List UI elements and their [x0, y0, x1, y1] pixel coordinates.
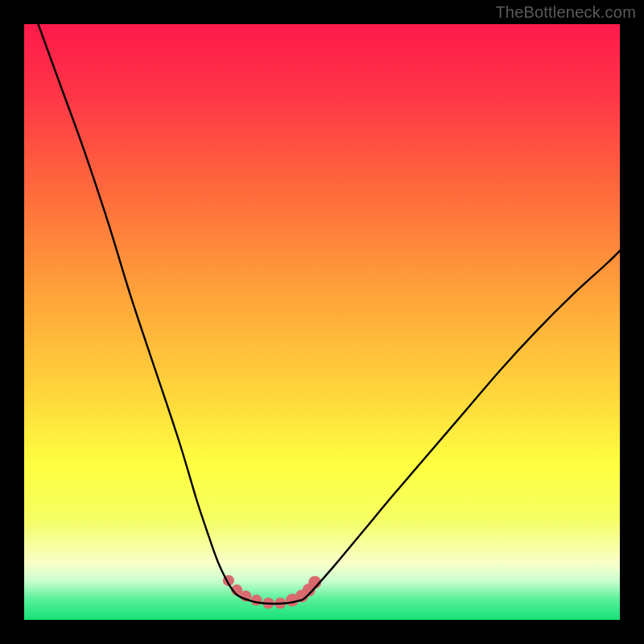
valley-marker: [251, 595, 262, 606]
bottleneck-curve: [36, 24, 620, 604]
curve-layer: [24, 24, 620, 620]
outer-frame: TheBottleneck.com: [0, 0, 644, 644]
plot-area: [24, 24, 620, 620]
watermark-text: TheBottleneck.com: [495, 3, 636, 22]
